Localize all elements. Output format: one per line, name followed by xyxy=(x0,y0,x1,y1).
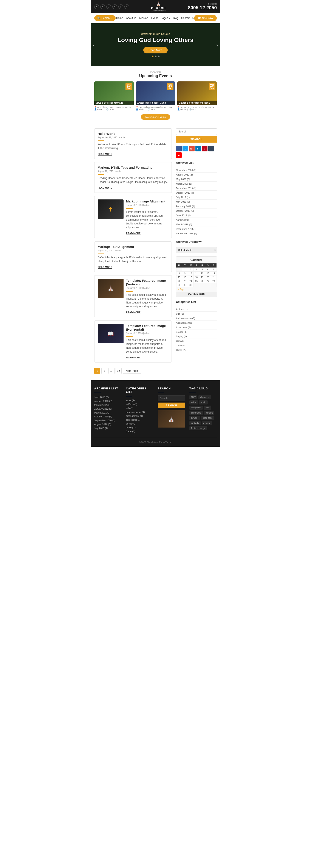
cat-item-7[interactable]: Buying (1) xyxy=(176,334,217,339)
cal-day-19[interactable]: 19 xyxy=(199,276,205,279)
footer-archive-3[interactable]: March 2012 (5) xyxy=(94,403,122,407)
archive-item-8[interactable]: May 2019 (3) xyxy=(176,200,217,204)
social-gp-icon[interactable]: g+ xyxy=(189,146,195,151)
page-btn-ellipsis[interactable]: ... xyxy=(108,368,114,374)
archive-item-1[interactable]: November 2020 (2) xyxy=(176,168,217,173)
footer-cat-8[interactable]: buying (3) xyxy=(126,426,153,430)
social-facebook-icon[interactable]: f xyxy=(94,4,99,9)
event-card-2[interactable]: 28 Jan Ambassadors Soccer Camp 📍 7415 Hi… xyxy=(136,82,175,111)
cal-prev-link[interactable]: « Sep xyxy=(178,288,183,290)
cal-day-23[interactable]: 23 xyxy=(182,279,188,283)
read-more-6[interactable]: READ MORE xyxy=(126,356,141,359)
tag-categories[interactable]: categories xyxy=(189,406,203,410)
footer-search-input[interactable] xyxy=(158,395,185,401)
cal-day-29[interactable]: 29 xyxy=(176,283,182,287)
hero-prev-arrow[interactable]: ‹ xyxy=(93,42,95,48)
social-pi-icon[interactable]: p xyxy=(202,146,207,151)
more-events-button[interactable]: More Upen. Events xyxy=(141,114,170,120)
footer-archive-4[interactable]: January 2012 (5) xyxy=(94,407,122,411)
cal-day-31[interactable]: 31 xyxy=(188,283,194,287)
nav-mission[interactable]: Mission xyxy=(139,17,148,20)
post-title-6[interactable]: Template: Featured Image (Horizontal) xyxy=(126,324,168,331)
sidebar-search-button[interactable]: SEARCH xyxy=(176,136,217,143)
footer-cat-2[interactable]: aciform (1) xyxy=(126,402,153,406)
read-more-2[interactable]: READ MORE xyxy=(98,187,112,189)
event-card-3[interactable]: 28 Jan Church Block Party or Festival 📍 … xyxy=(177,82,217,111)
cat-item-3[interactable]: Antiquarianism (5) xyxy=(176,316,217,321)
tag-alignment[interactable]: alignment xyxy=(199,395,211,399)
footer-cat-3[interactable]: sub (1) xyxy=(126,406,153,410)
footer-cat-7[interactable]: border (2) xyxy=(126,422,153,426)
footer-cat-6[interactable]: asmodeus (1) xyxy=(126,418,153,422)
cal-day-17[interactable]: 17 xyxy=(188,276,194,279)
cal-day-9[interactable]: 9 xyxy=(182,272,188,276)
archive-item-2[interactable]: August 2020 (3) xyxy=(176,173,217,177)
read-more-4[interactable]: READ MORE xyxy=(98,266,112,269)
social-pinterest-icon[interactable]: p xyxy=(118,4,123,9)
footer-archive-2[interactable]: January 2013 (5) xyxy=(94,399,122,403)
tag-edge-case[interactable]: edge case xyxy=(201,416,214,420)
footer-archive-1[interactable]: June 2018 (5) xyxy=(94,395,122,399)
post-title-2[interactable]: Markup: HTML Tags and Formatting xyxy=(98,166,168,169)
archive-item-6[interactable]: October 2019 (4) xyxy=(176,191,217,195)
hero-next-arrow[interactable]: › xyxy=(216,42,218,48)
archive-item-4[interactable]: March 2020 (6) xyxy=(176,182,217,186)
page-btn-12[interactable]: 12 xyxy=(115,368,122,374)
footer-archive-5[interactable]: March 2011 (1) xyxy=(94,411,122,414)
footer-cat-9[interactable]: Cat A (1) xyxy=(126,430,153,433)
post-title-5[interactable]: Template: Featured Image (Vertical) xyxy=(126,279,168,286)
social-linkedin-icon[interactable]: in xyxy=(112,4,117,9)
nav-home[interactable]: Home xyxy=(116,17,123,20)
tag-audio[interactable]: audio xyxy=(199,400,208,404)
archive-item-11[interactable]: June 2019 (4) xyxy=(176,213,217,218)
social-google-icon[interactable]: g xyxy=(106,4,111,9)
tag-dowork[interactable]: dowork xyxy=(189,416,200,420)
archive-item-7[interactable]: July 2019 (1) xyxy=(176,195,217,200)
hero-dot-1[interactable] xyxy=(152,56,153,57)
cal-day-16[interactable]: 16 xyxy=(182,276,188,279)
page-btn-1[interactable]: 1 xyxy=(94,368,100,374)
nav-about[interactable]: About us xyxy=(126,17,136,20)
read-more-3[interactable]: READ MORE xyxy=(126,232,141,235)
tag-chat[interactable]: chat xyxy=(204,406,211,410)
cal-day-7[interactable]: 7 xyxy=(211,268,216,272)
social-tu-icon[interactable]: t xyxy=(208,146,214,151)
cat-item-8[interactable]: Cat A (3) xyxy=(176,339,217,343)
nav-blog[interactable]: Blog xyxy=(173,17,178,20)
post-title-3[interactable]: Markup: Image Alignment xyxy=(126,199,168,203)
footer-cat-5[interactable]: arrangement (1) xyxy=(126,414,153,418)
hero-cta-button[interactable]: Read More xyxy=(143,47,167,54)
cal-day-13[interactable]: 13 xyxy=(205,272,211,276)
tag-featured-image[interactable]: featured image xyxy=(189,426,207,430)
archive-item-9[interactable]: February 2019 (4) xyxy=(176,204,217,209)
cat-item-10[interactable]: Cat C (2) xyxy=(176,348,217,352)
hero-dot-3[interactable] xyxy=(158,56,160,57)
social-li-icon[interactable]: in xyxy=(196,146,201,151)
social-twitter-icon[interactable]: t xyxy=(100,4,105,9)
search-button[interactable]: 🔍 Search ... xyxy=(94,15,115,21)
page-btn-2[interactable]: 2 xyxy=(101,368,107,374)
read-more-5[interactable]: READ MORE xyxy=(126,311,141,314)
event-card-1[interactable]: 25 Jan Vows & Soul Ties Marriage 📍 7415 … xyxy=(94,82,134,111)
cal-day-14[interactable]: 14 xyxy=(211,272,216,276)
post-title-1[interactable]: Hello World! xyxy=(98,132,168,135)
footer-cat-4[interactable]: antiquarianism (1) xyxy=(126,410,153,414)
footer-archive-8[interactable]: August 2010 (3) xyxy=(94,422,122,426)
cal-day-11[interactable]: 11 xyxy=(194,272,199,276)
footer-cat-1[interactable]: aaaa (4) xyxy=(126,399,153,402)
cal-day-27[interactable]: 27 xyxy=(205,279,211,283)
read-more-1[interactable]: READ MORE xyxy=(98,153,112,156)
cal-day-20[interactable]: 20 xyxy=(205,276,211,279)
next-page-button[interactable]: Next Page xyxy=(123,368,141,374)
cal-day-30[interactable]: 30 xyxy=(182,283,188,287)
cal-day-28[interactable]: 28 xyxy=(211,279,216,283)
archives-dropdown-select[interactable]: Select Month xyxy=(176,247,217,253)
cat-item-9[interactable]: Cat B (4) xyxy=(176,343,217,348)
cal-day-6[interactable]: 6 xyxy=(205,268,211,272)
tag-comments[interactable]: comments xyxy=(189,411,203,415)
donate-button[interactable]: Donate Now xyxy=(194,15,217,21)
cal-day-3[interactable]: 3 xyxy=(188,268,194,272)
cat-item-2[interactable]: Sub (1) xyxy=(176,312,217,316)
tag-aside[interactable]: aside xyxy=(189,400,198,404)
cal-day-22[interactable]: 22 xyxy=(176,279,182,283)
